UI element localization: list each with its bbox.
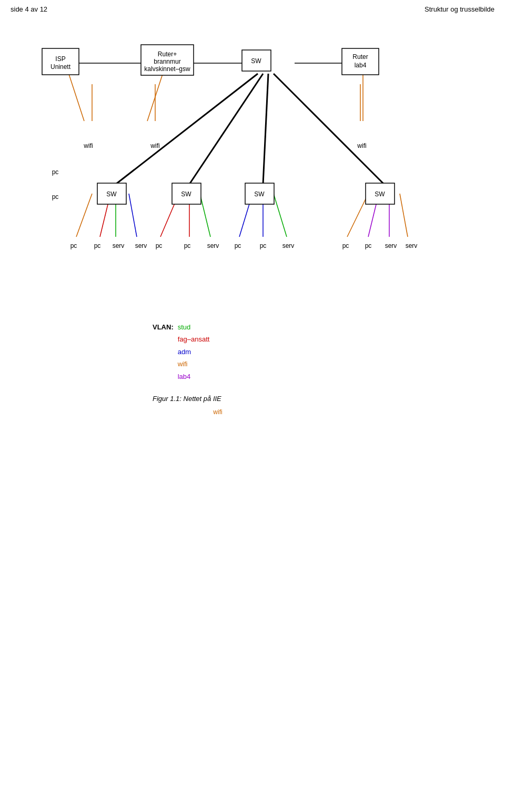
- svg-text:pc: pc: [156, 242, 163, 249]
- svg-text:ISP: ISP: [55, 55, 65, 63]
- svg-line-19: [200, 194, 210, 237]
- network-diagram: ISP Uninett Ruter+ brannmur kalvskinnet–…: [0, 16, 505, 447]
- vlan-fag: fag–ansatt: [178, 333, 210, 345]
- figure-caption: Figur 1.1: Nettet på IIE: [153, 395, 221, 403]
- svg-text:serv: serv: [207, 242, 219, 249]
- svg-text:serv: serv: [113, 242, 125, 249]
- svg-line-13: [76, 194, 92, 237]
- vlan-adm: adm: [178, 346, 210, 358]
- svg-text:SW: SW: [254, 191, 265, 198]
- svg-text:brannmur: brannmur: [154, 58, 180, 65]
- page-header: side 4 av 12 Struktur og trusselbilde: [0, 0, 505, 16]
- vlan-wifi: wifi: [178, 358, 210, 370]
- diagram-svg: ISP Uninett Ruter+ brannmur kalvskinnet–…: [0, 16, 505, 447]
- wifi-label-1: wifi: [83, 142, 93, 149]
- svg-line-11: [263, 74, 268, 184]
- svg-text:SW: SW: [106, 191, 117, 198]
- wifi-label-2: wifi: [150, 142, 159, 149]
- vlan-stud: stud: [178, 321, 210, 333]
- svg-line-26: [400, 194, 408, 237]
- svg-line-9: [116, 74, 258, 184]
- svg-text:Uninett: Uninett: [50, 63, 71, 71]
- svg-text:SW: SW: [251, 57, 261, 65]
- svg-text:Ruter+: Ruter+: [158, 51, 177, 58]
- svg-text:lab4: lab4: [355, 62, 367, 69]
- page-title: Struktur og trusselbilde: [425, 5, 494, 13]
- svg-text:pc: pc: [365, 242, 372, 249]
- svg-line-23: [347, 194, 368, 237]
- svg-text:pc: pc: [184, 242, 191, 249]
- vlan-label: VLAN:: [153, 321, 178, 383]
- page-number: side 4 av 12: [11, 5, 47, 13]
- vlan-legend: VLAN: stud fag–ansatt adm wifi lab4: [153, 321, 209, 383]
- wifi-label-legend: wifi: [213, 408, 222, 416]
- svg-text:pc: pc: [342, 242, 349, 249]
- svg-line-16: [129, 194, 137, 237]
- svg-text:serv: serv: [135, 242, 147, 249]
- svg-text:pc: pc: [260, 242, 267, 249]
- svg-text:SW: SW: [181, 191, 191, 198]
- svg-line-6: [68, 73, 84, 121]
- svg-text:serv: serv: [282, 242, 295, 249]
- svg-line-22: [274, 194, 287, 237]
- svg-line-10: [189, 74, 263, 184]
- svg-text:pc: pc: [94, 242, 101, 249]
- svg-text:pc: pc: [70, 242, 77, 249]
- svg-text:SW: SW: [375, 191, 385, 198]
- svg-text:serv: serv: [406, 242, 418, 249]
- svg-text:serv: serv: [385, 242, 397, 249]
- svg-text:pc: pc: [52, 193, 59, 201]
- svg-text:pc: pc: [235, 242, 241, 249]
- svg-text:pc: pc: [52, 168, 59, 176]
- wifi-label-3: wifi: [357, 142, 366, 149]
- vlan-lab4: lab4: [178, 370, 210, 383]
- svg-text:Ruter: Ruter: [352, 53, 368, 61]
- svg-line-12: [274, 74, 384, 184]
- svg-text:kalvskinnet–gsw: kalvskinnet–gsw: [144, 65, 190, 73]
